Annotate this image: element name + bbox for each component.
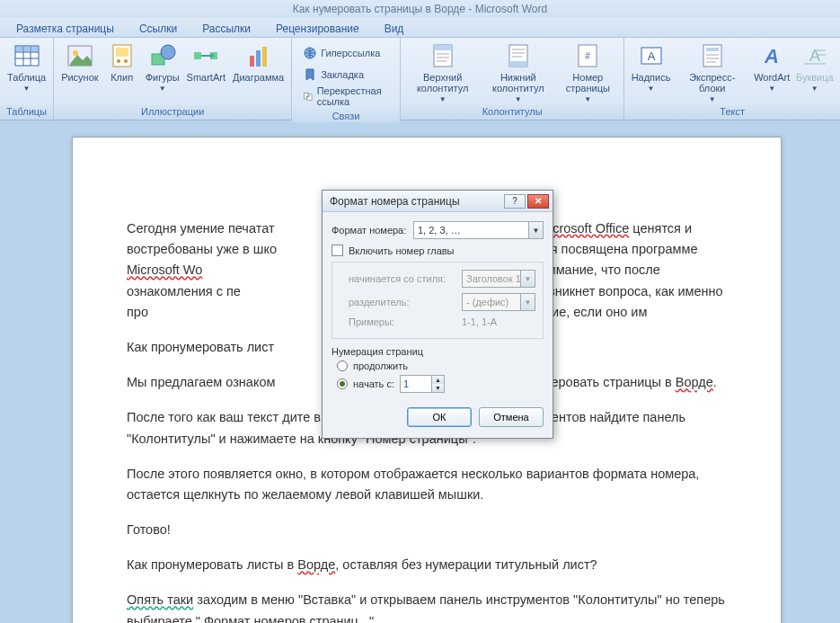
textbox-icon: A — [637, 41, 666, 70]
dropdown-icon: ▼ — [709, 94, 716, 105]
help-button[interactable]: ? — [504, 194, 526, 209]
wordart-label: WordArt — [754, 72, 790, 83]
tab-view[interactable]: Вид — [372, 20, 417, 37]
group-tables: Таблица ▼ Таблицы — [0, 38, 54, 120]
bookmark-button[interactable]: Закладка — [299, 65, 393, 85]
svg-point-11 — [124, 59, 128, 63]
close-icon: ✕ — [535, 196, 542, 206]
dropdown-icon: ▼ — [515, 94, 522, 105]
clip-button[interactable]: Клип — [102, 40, 142, 83]
start-at-input[interactable] — [401, 376, 431, 392]
shapes-button[interactable]: Фигуры ▼ — [142, 40, 183, 94]
number-format-label: Формат номера: — [332, 225, 408, 236]
page-number-button[interactable]: # Номер страницы ▼ — [555, 40, 620, 105]
ribbon: Таблица ▼ Таблицы Рисунок Клип Фигуры ▼ — [0, 38, 840, 120]
table-button[interactable]: Таблица ▼ — [4, 40, 49, 94]
svg-rect-18 — [256, 50, 261, 67]
continue-label: продолжить — [353, 360, 408, 371]
dropcap-label: Буквица — [796, 72, 834, 83]
help-icon: ? — [512, 196, 517, 206]
start-at-radio[interactable] — [337, 378, 348, 389]
cancel-button[interactable]: Отмена — [479, 407, 544, 427]
clip-icon — [108, 41, 137, 70]
chapter-options: начинается со стиля: Заголовок 1▼ раздел… — [332, 262, 544, 339]
crossref-button[interactable]: Перекрестная ссылка — [299, 86, 393, 106]
textbox-button[interactable]: A Надпись ▼ — [628, 40, 673, 94]
ribbon-tabs: Разметка страницы Ссылки Рассылки Реценз… — [0, 18, 840, 38]
tab-mailings[interactable]: Рассылки — [190, 20, 263, 37]
chart-icon — [244, 41, 273, 70]
group-title: Таблицы — [0, 105, 53, 120]
include-chapter-checkbox[interactable] — [332, 245, 343, 256]
tab-review[interactable]: Рецензирование — [263, 20, 372, 37]
header-label: Верхний колонтитул — [408, 72, 477, 93]
hyperlink-label: Гиперссылка — [321, 48, 380, 58]
numbering-group-label: Нумерация страниц — [332, 346, 544, 357]
dialog-titlebar[interactable]: Формат номера страницы ? ✕ — [323, 191, 553, 212]
svg-rect-29 — [509, 61, 527, 67]
page-number-label: Номер страницы — [559, 72, 616, 93]
svg-rect-22 — [307, 94, 312, 100]
footer-button[interactable]: Нижний колонтитул ▼ — [481, 40, 555, 105]
svg-text:A: A — [764, 45, 779, 67]
starts-with-combo: Заголовок 1▼ — [462, 270, 535, 288]
group-links: Гиперссылка Закладка Перекрестная ссылка… — [292, 38, 401, 120]
svg-rect-38 — [706, 48, 719, 51]
svg-rect-14 — [194, 52, 201, 59]
body-text: Готово! — [127, 520, 727, 540]
body-text: Опять таки заходим в меню "Вставка" и от… — [127, 590, 727, 623]
footer-label: Нижний колонтитул — [484, 72, 552, 93]
quickparts-button[interactable]: Экспресс-блоки ▼ — [674, 40, 751, 105]
smartart-label: SmartArt — [187, 72, 225, 83]
dropdown-icon: ▼ — [159, 84, 166, 94]
page-number-icon: # — [573, 41, 602, 70]
dropcap-icon: A — [800, 41, 829, 70]
header-button[interactable]: Верхний колонтитул ▼ — [404, 40, 481, 105]
shapes-icon — [148, 41, 177, 70]
dropcap-button[interactable]: A Буквица ▼ — [793, 40, 836, 94]
crossref-icon — [303, 89, 314, 103]
clip-label: Клип — [111, 72, 133, 83]
crossref-label: Перекрестная ссылка — [317, 85, 389, 107]
picture-icon — [66, 41, 94, 70]
table-icon — [13, 41, 41, 70]
group-title: Текст — [624, 105, 840, 120]
picture-button[interactable]: Рисунок — [57, 40, 102, 83]
continue-radio[interactable] — [337, 360, 348, 371]
close-button[interactable]: ✕ — [527, 194, 549, 209]
group-text: A Надпись ▼ Экспресс-блоки ▼ A WordArt ▼… — [624, 38, 840, 120]
spin-up-icon[interactable]: ▲ — [432, 376, 444, 384]
tab-page-layout[interactable]: Разметка страницы — [4, 20, 127, 37]
quickparts-icon — [698, 41, 727, 70]
starts-with-value: Заголовок 1 — [466, 273, 521, 284]
chart-label: Диаграмма — [233, 72, 284, 83]
starts-with-label: начинается со стиля: — [349, 273, 456, 284]
number-format-combo[interactable]: 1, 2, 3, … ▼ — [413, 221, 544, 239]
page-number-format-dialog: Формат номера страницы ? ✕ Формат номера… — [322, 190, 553, 439]
svg-point-10 — [117, 59, 120, 63]
smartart-icon — [191, 41, 220, 70]
group-title: Иллюстрации — [54, 105, 291, 120]
bookmark-icon — [303, 67, 317, 82]
hyperlink-button[interactable]: Гиперссылка — [299, 43, 393, 63]
group-illustrations: Рисунок Клип Фигуры ▼ SmartArt Диаграмма… — [54, 38, 292, 120]
group-header-footer: Верхний колонтитул ▼ Нижний колонтитул ▼… — [401, 38, 624, 120]
chart-button[interactable]: Диаграмма — [229, 40, 287, 83]
dropdown-icon[interactable]: ▼ — [528, 222, 543, 238]
svg-rect-19 — [262, 47, 267, 67]
svg-rect-9 — [116, 48, 128, 57]
svg-point-13 — [161, 45, 175, 59]
header-icon — [429, 41, 457, 70]
textbox-label: Надпись — [632, 72, 671, 83]
dropdown-icon: ▼ — [23, 84, 31, 94]
dropdown-icon: ▼ — [439, 94, 447, 105]
bookmark-label: Закладка — [321, 69, 364, 80]
smartart-button[interactable]: SmartArt — [183, 40, 229, 83]
spin-down-icon[interactable]: ▼ — [432, 384, 444, 392]
start-at-spinner[interactable]: ▲▼ — [400, 375, 445, 393]
ok-button[interactable]: ОК — [407, 407, 472, 427]
svg-rect-17 — [250, 56, 254, 67]
tab-references[interactable]: Ссылки — [127, 20, 190, 37]
separator-label: разделитель: — [349, 297, 456, 307]
wordart-button[interactable]: A WordArt ▼ — [751, 40, 793, 94]
